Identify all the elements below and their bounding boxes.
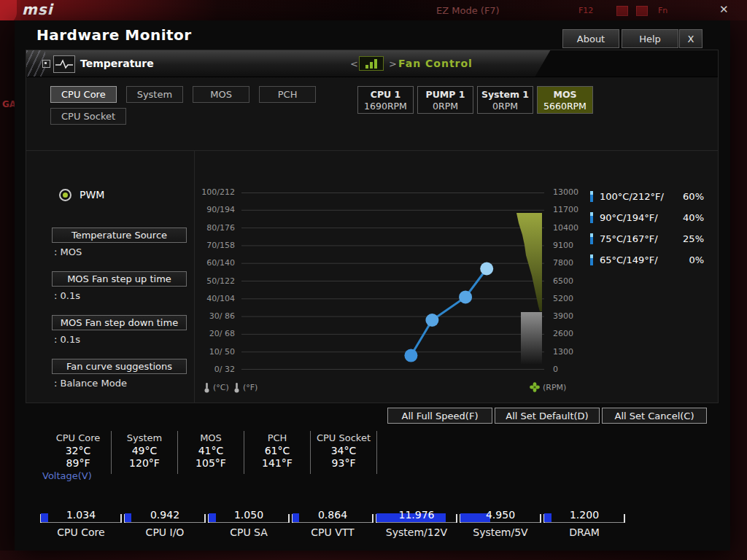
y-axis-left-tick: 60/140 (201, 259, 235, 268)
temp-readout-pch: PCH61°C141°F (244, 431, 311, 474)
y-axis-right-tick: 11700 (553, 206, 578, 214)
temp-fahrenheit: 120°F (112, 457, 177, 470)
hardware-monitor-window: Hardware Monitor About Help X Temperatur… (15, 20, 730, 551)
voltage-value: 0.864 (292, 509, 374, 521)
setting-value: : Balance Mode (52, 374, 190, 390)
thermometer-icon (233, 382, 240, 393)
fan-icon (530, 382, 540, 392)
y-axis-left-tick: 30/ 86 (201, 312, 235, 321)
temperature-readouts: CPU Core32°C89°FSystem49°C120°FMOS41°C10… (45, 431, 377, 474)
temperature-graph-icon (53, 55, 75, 73)
bios-bottom-edge (0, 551, 747, 560)
temp-readout-system: System49°C120°F (112, 431, 178, 474)
fan-name: PUMP 1 (426, 89, 465, 100)
fan-readouts: CPU 11690RPMPUMP 10RPMSystem 10RPMMOS566… (357, 86, 593, 114)
section-header: Temperature < > Fan Control (26, 50, 718, 77)
f12-hint: F12 (578, 6, 593, 15)
legend-label: 65°C/149°F/ (600, 254, 689, 265)
fahrenheit-unit-label: (°F) (243, 383, 258, 392)
voltage-dram: 1.200DRAM (543, 503, 625, 538)
fan-curve-plot[interactable]: 100/21290/19480/17670/15860/14050/12240/… (241, 192, 544, 370)
voltage-gauge: 4.950 (460, 503, 541, 523)
y-axis-left-tick: 20/ 68 (201, 330, 235, 338)
header-dark-edge (535, 50, 718, 77)
temp-tab-system[interactable]: System (126, 86, 183, 103)
celsius-unit-label: (°C) (213, 383, 229, 392)
setting-temperature-source: Temperature Source: MOS (52, 228, 190, 259)
temp-fahrenheit: 93°F (311, 457, 376, 470)
fan-rpm: 5660RPM (543, 101, 587, 112)
temperature-section-label: Temperature (80, 58, 154, 69)
y-axis-right-tick: 0 (553, 365, 558, 374)
voltage-gauge: 11.976 (376, 503, 457, 523)
voltage-cpu-sa: 1.050CPU SA (208, 503, 290, 538)
temp-tab-cpu-socket[interactable]: CPU Socket (50, 108, 126, 125)
screenshot-icon[interactable] (616, 6, 628, 16)
fan-control-next-arrow[interactable]: > (389, 58, 397, 69)
fan-readout-mos[interactable]: MOS5660RPM (537, 86, 593, 114)
fan-curve-point-2[interactable] (459, 290, 472, 303)
ez-mode-button[interactable]: EZ Mode (F7) (436, 5, 500, 16)
monitor-panel: Temperature < > Fan Control CPU CoreSyst… (26, 50, 719, 403)
legend-row: 90°C/194°F/40% (590, 207, 704, 228)
setting-label-button[interactable]: Fan curve suggestions (52, 359, 187, 374)
button-all-set-default-d[interactable]: All Set Default(D) (495, 408, 600, 424)
help-button[interactable]: Help (622, 29, 678, 48)
setting-label-button[interactable]: MOS Fan step down time (52, 315, 187, 330)
button-all-full-speed-f[interactable]: All Full Speed(F) (387, 408, 492, 424)
voltage-value: 1.034 (40, 509, 122, 521)
about-button[interactable]: About (562, 29, 619, 48)
voltage-cpu-vtt: 0.864CPU VTT (292, 503, 374, 538)
temp-name: PCH (244, 432, 310, 443)
y-axis-left-tick: 0/ 32 (201, 365, 235, 374)
fan-control-section-label[interactable]: Fan Control (398, 58, 473, 69)
bios-close-icon[interactable]: ✕ (719, 3, 729, 16)
voltage-label: System/12V (376, 526, 457, 538)
voltage-section-label: Voltage(V) (42, 470, 92, 481)
bios-top-bar: msi EZ Mode (F7) F12 Fn ✕ (0, 0, 747, 20)
voltage-value: 1.200 (543, 509, 625, 521)
language-icon[interactable] (636, 6, 648, 16)
rpm-unit-label: (RPM) (543, 383, 566, 392)
temp-tab-pch[interactable]: PCH (259, 86, 316, 103)
setting-value: : 0.1s (52, 287, 190, 303)
temp-tab-mos[interactable]: MOS (193, 86, 249, 103)
fan-control-prev-arrow[interactable]: < (350, 58, 358, 69)
fan-rpm: 0RPM (492, 101, 518, 112)
fan-curve-point-0[interactable] (404, 349, 417, 362)
y-axis-right-tick: 7800 (553, 259, 573, 268)
pwm-radio[interactable] (59, 189, 71, 201)
voltage-value: 11.976 (376, 509, 457, 521)
y-axis-right-tick: 3900 (553, 312, 573, 321)
divider-horizontal (26, 150, 718, 151)
voltage-label: System/5V (460, 526, 541, 538)
setting-label-button[interactable]: MOS Fan step up time (52, 271, 187, 287)
voltage-label: CPU Core (40, 526, 122, 538)
temp-name: CPU Socket (311, 432, 376, 443)
voltage-value: 0.942 (124, 509, 206, 521)
fan-curve-point-3[interactable] (480, 262, 493, 276)
close-button[interactable]: X (679, 29, 703, 48)
setting-fan-curve-suggestions: Fan curve suggestions: Balance Mode (52, 359, 190, 390)
bios-right-edge (730, 20, 747, 560)
y-axis-left-tick: 40/104 (201, 295, 235, 303)
fan-curve-point-1[interactable] (425, 314, 438, 327)
button-all-set-cancel-c[interactable]: All Set Cancel(C) (602, 408, 707, 424)
fan-rpm: 1690RPM (364, 101, 407, 112)
fan-rpm: 0RPM (433, 101, 458, 112)
y-axis-left-tick: 80/176 (201, 224, 235, 233)
temp-celsius: 32°C (45, 445, 111, 457)
fan-readout-pump-1[interactable]: PUMP 10RPM (417, 86, 473, 114)
fan-readout-system-1[interactable]: System 10RPM (477, 86, 533, 114)
temp-tab-cpu-core[interactable]: CPU Core (50, 86, 117, 103)
fan-readout-cpu-1[interactable]: CPU 11690RPM (357, 86, 414, 114)
y-axis-left-tick: 70/158 (201, 241, 235, 250)
bios-left-edge: GA (0, 20, 15, 560)
temp-celsius: 34°C (311, 445, 376, 457)
voltage-label: CPU VTT (292, 526, 374, 538)
setting-label-button[interactable]: Temperature Source (52, 228, 187, 243)
voltage-gauge: 0.942 (124, 503, 206, 523)
temp-name: CPU Core (45, 432, 111, 443)
legend-bar-icon (590, 233, 593, 244)
divider-vertical (194, 150, 195, 402)
